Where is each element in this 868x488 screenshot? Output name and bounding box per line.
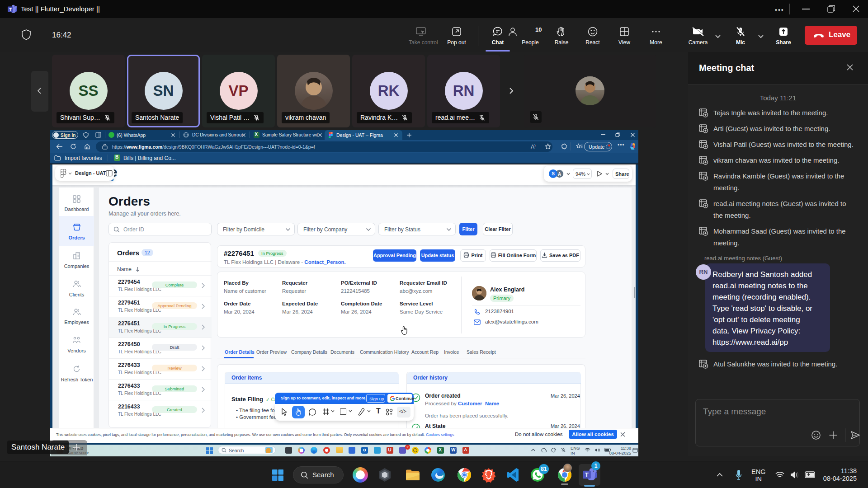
svg-text:T: T [9,7,12,12]
svg-text:T: T [585,471,589,478]
